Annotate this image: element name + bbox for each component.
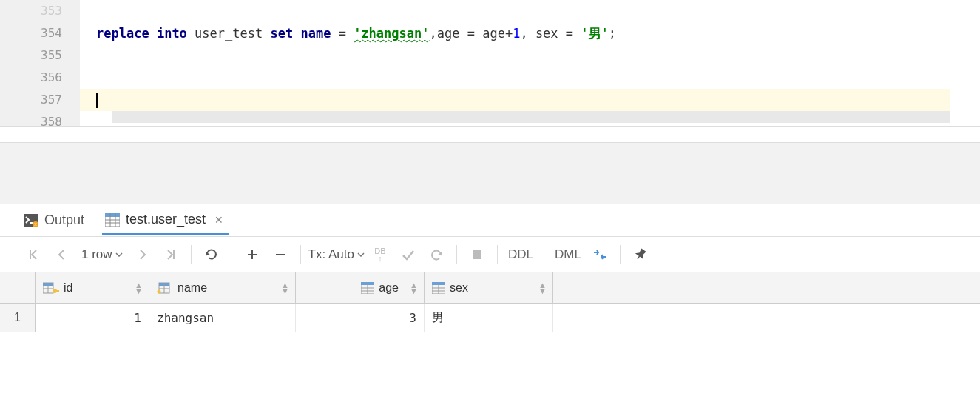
separator	[497, 245, 498, 264]
column-header-age[interactable]: age ▲▼	[296, 272, 425, 303]
result-toolbar: 1 row Tx: Auto DB ↑	[0, 237, 980, 272]
svg-point-20	[158, 289, 161, 293]
rollback-button[interactable]	[424, 242, 449, 267]
svg-rect-15	[56, 290, 59, 292]
code-editor[interactable]: 353 354 355 356 357 358 replace into use…	[0, 0, 980, 126]
last-page-button[interactable]	[158, 242, 183, 267]
tab-output-label: Output	[44, 212, 84, 228]
separator	[300, 245, 301, 264]
column-icon	[432, 282, 445, 294]
column-label: name	[178, 281, 207, 295]
close-icon[interactable]: ✕	[212, 212, 226, 227]
dml-label: DML	[555, 247, 581, 262]
column-label: id	[64, 281, 72, 295]
column-icon	[361, 282, 374, 294]
separator	[620, 245, 621, 264]
divider-inner	[0, 127, 980, 143]
sort-icon[interactable]: ▲▼	[281, 282, 289, 294]
tx-mode-dropdown[interactable]: Tx: Auto	[308, 247, 365, 262]
separator	[456, 245, 457, 264]
tab-output[interactable]: Output	[21, 207, 87, 234]
dml-button[interactable]: DML	[552, 242, 584, 267]
result-panel: Output test.user_test ✕ 1 row	[0, 204, 980, 332]
chevron-down-icon	[357, 252, 365, 257]
sort-icon[interactable]: ▲▼	[135, 282, 143, 294]
ddl-button[interactable]: DDL	[505, 242, 536, 267]
chevron-down-icon	[115, 252, 123, 257]
compare-button[interactable]	[587, 242, 612, 267]
pin-button[interactable]	[628, 242, 653, 267]
row-count-dropdown[interactable]: 1 row	[77, 247, 127, 262]
tab-table-label: test.user_test	[126, 212, 206, 227]
svg-rect-9	[473, 250, 481, 259]
column-header-sex[interactable]: sex ▲▼	[425, 272, 553, 303]
code-line[interactable]: replace into user_test set name = 'zhang…	[96, 22, 980, 44]
separator	[232, 245, 232, 264]
indexed-column-icon	[157, 281, 173, 295]
separator	[191, 245, 192, 264]
column-label: sex	[450, 281, 468, 295]
cell-id[interactable]: 1	[36, 304, 149, 332]
cursor-icon	[96, 93, 98, 108]
cell-name[interactable]: zhangsan	[149, 304, 296, 332]
separator	[544, 245, 544, 264]
table-row[interactable]: 1 1 zhangsan 3 男	[0, 304, 980, 332]
code-area[interactable]: replace into user_test set name = 'zhang…	[80, 0, 980, 126]
commit-button[interactable]	[396, 242, 421, 267]
line-number: 358	[0, 111, 62, 133]
line-number: 353	[0, 0, 62, 22]
column-header-id[interactable]: id ▲▼	[36, 272, 149, 303]
code-line[interactable]	[96, 44, 980, 67]
svg-rect-4	[105, 213, 120, 217]
sort-icon[interactable]: ▲▼	[538, 282, 547, 294]
code-line[interactable]	[96, 67, 980, 89]
line-number: 355	[0, 44, 62, 67]
key-column-icon	[43, 281, 59, 295]
scrollbar-horizontal[interactable]	[112, 111, 950, 123]
line-number: 354	[0, 22, 62, 44]
column-header-name[interactable]: name ▲▼	[149, 272, 296, 303]
table-icon	[105, 213, 120, 227]
cell-sex[interactable]: 男	[425, 304, 553, 332]
code-line[interactable]	[96, 0, 980, 22]
arrow-up-icon: ↑	[378, 255, 382, 262]
row-number-header	[0, 272, 36, 303]
panel-divider[interactable]	[0, 126, 980, 204]
tab-table[interactable]: test.user_test ✕	[102, 206, 229, 235]
sort-icon[interactable]: ▲▼	[410, 282, 418, 294]
data-grid: id ▲▼ name ▲▼ age ▲▼ se	[0, 272, 980, 332]
line-gutter: 353 354 355 356 357 358	[0, 0, 80, 126]
add-row-button[interactable]	[240, 242, 265, 267]
tx-label: Tx: Auto	[308, 247, 354, 262]
row-count-label: 1 row	[81, 247, 112, 262]
line-number: 356	[0, 67, 62, 89]
console-icon	[24, 214, 38, 227]
next-page-button[interactable]	[130, 242, 155, 267]
grid-header: id ▲▼ name ▲▼ age ▲▼ se	[0, 272, 980, 304]
result-tabs: Output test.user_test ✕	[0, 204, 980, 237]
prev-page-button[interactable]	[49, 242, 74, 267]
line-number: 357	[0, 89, 62, 111]
remove-row-button[interactable]	[268, 242, 293, 267]
db-label: DB	[374, 247, 385, 255]
ddl-label: DDL	[508, 247, 533, 262]
row-number[interactable]: 1	[0, 304, 36, 332]
db-button[interactable]: DB ↑	[368, 242, 393, 267]
stop-button[interactable]	[464, 242, 490, 267]
reload-button[interactable]	[199, 242, 224, 267]
cell-age[interactable]: 3	[296, 304, 425, 332]
code-line-current[interactable]	[80, 89, 950, 111]
column-label: age	[379, 281, 399, 295]
first-page-button[interactable]	[21, 242, 46, 267]
